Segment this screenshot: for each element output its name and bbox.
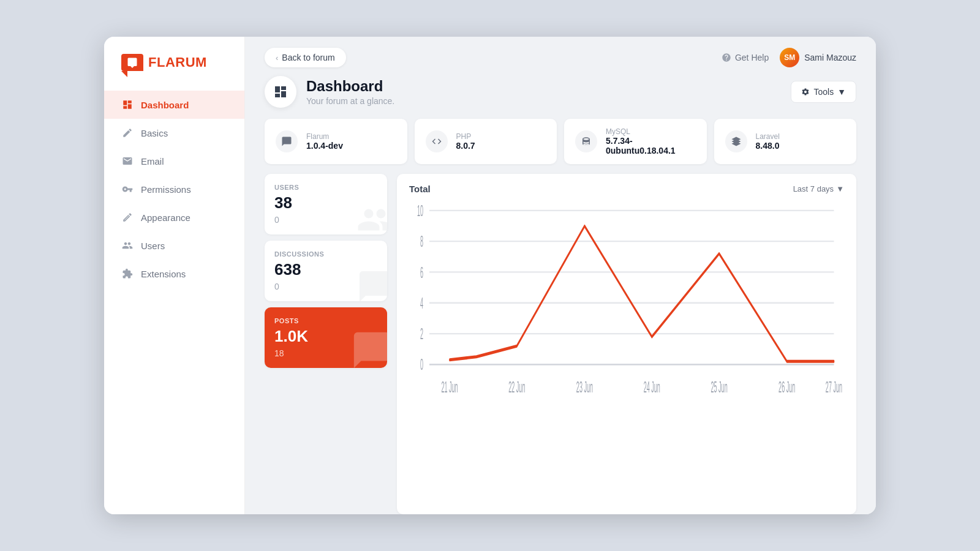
sidebar-item-email[interactable]: Email xyxy=(104,147,244,175)
flarum-logo-svg xyxy=(127,57,138,68)
posts-stat: POSTS 1.0K 18 xyxy=(265,307,387,368)
discussions-bg-icon xyxy=(356,268,387,301)
laravel-card-label: Laravel xyxy=(756,132,780,141)
svg-text:2: 2 xyxy=(420,326,423,343)
sidebar-item-extensions[interactable]: Extensions xyxy=(104,260,244,288)
sidebar-item-basics[interactable]: Basics xyxy=(104,119,244,147)
sidebar-item-basics-label: Basics xyxy=(141,128,168,138)
sidebar-item-dashboard-label: Dashboard xyxy=(141,100,189,110)
line-chart-svg: 10 8 6 4 2 0 21 Jun 22 Jun 23 Jun xyxy=(409,197,844,504)
sidebar-nav: Dashboard Basics Email Permissions xyxy=(104,91,244,288)
page-title-area: Dashboard Your forum at a glance. xyxy=(306,78,394,106)
extensions-icon xyxy=(121,268,134,280)
chevron-left-icon: ‹ xyxy=(276,53,278,62)
laravel-card-info: Laravel 8.48.0 xyxy=(756,132,780,151)
flarum-card-value: 1.0.4-dev xyxy=(306,141,343,151)
chart-top: Total Last 7 days ▼ xyxy=(409,184,844,194)
sidebar-item-appearance[interactable]: Appearance xyxy=(104,203,244,231)
database-icon xyxy=(581,136,592,147)
svg-text:27 Jun: 27 Jun xyxy=(826,378,842,395)
chart-section: Total Last 7 days ▼ xyxy=(397,174,856,514)
sidebar-item-permissions-label: Permissions xyxy=(141,184,191,195)
svg-text:26 Jun: 26 Jun xyxy=(778,378,795,395)
tools-label: Tools xyxy=(813,87,834,97)
page-header-left: Dashboard Your forum at a glance. xyxy=(265,76,394,108)
page-header: Dashboard Your forum at a glance. Tools … xyxy=(245,76,876,119)
comment-icon xyxy=(281,136,292,147)
discussions-stat: DISCUSSIONS 638 0 xyxy=(265,241,387,301)
back-to-forum-label: Back to forum xyxy=(282,53,334,62)
get-help-label: Get Help xyxy=(735,53,769,62)
info-card-flarum: Flarum 1.0.4-dev xyxy=(265,119,407,164)
posts-stat-label: POSTS xyxy=(274,317,377,324)
main-content: ‹ Back to forum Get Help SM Sami Mazouz xyxy=(245,37,876,514)
page-title: Dashboard xyxy=(306,78,394,95)
sidebar-item-users[interactable]: Users xyxy=(104,231,244,260)
sidebar-item-email-label: Email xyxy=(141,156,164,167)
mysql-card-info: MySQL 5.7.34-0ubuntu0.18.04.1 xyxy=(606,127,696,156)
logo-area: FLARUM xyxy=(104,54,244,91)
info-cards: Flarum 1.0.4-dev PHP 8.0.7 MySQL xyxy=(245,119,876,174)
sidebar-item-extensions-label: Extensions xyxy=(141,269,186,279)
mysql-card-icon xyxy=(575,130,597,152)
info-card-mysql: MySQL 5.7.34-0ubuntu0.18.04.1 xyxy=(564,119,707,164)
php-card-label: PHP xyxy=(456,132,475,141)
svg-text:22 Jun: 22 Jun xyxy=(508,378,525,395)
logo-text: FLARUM xyxy=(148,54,207,70)
laravel-card-icon xyxy=(725,130,747,152)
mysql-card-value: 5.7.34-0ubuntu0.18.04.1 xyxy=(606,136,696,156)
laravel-card-value: 8.48.0 xyxy=(756,141,780,151)
chart-container: 10 8 6 4 2 0 21 Jun 22 Jun 23 Jun xyxy=(409,197,844,504)
user-name: Sami Mazouz xyxy=(804,53,856,62)
gear-icon xyxy=(801,88,810,96)
code-icon xyxy=(431,136,442,147)
permissions-icon xyxy=(121,183,134,195)
sidebar-item-users-label: Users xyxy=(141,241,165,251)
users-stat: USERS 38 0 xyxy=(265,174,387,234)
flarum-card-icon xyxy=(276,130,298,152)
svg-text:0: 0 xyxy=(420,356,423,373)
tools-dropdown-icon: ▼ xyxy=(837,87,846,97)
basics-icon xyxy=(121,127,134,139)
sidebar-item-dashboard[interactable]: Dashboard xyxy=(104,91,244,119)
topbar-right: Get Help SM Sami Mazouz xyxy=(722,48,856,67)
dashboard-icon xyxy=(121,99,134,111)
discussions-stat-label: DISCUSSIONS xyxy=(274,250,377,258)
stats-column: USERS 38 0 DISCUSSIONS 638 0 POSTS xyxy=(265,174,387,514)
page-subtitle: Your forum at a glance. xyxy=(306,96,394,106)
php-card-icon xyxy=(426,130,448,152)
sidebar-item-appearance-label: Appearance xyxy=(141,212,190,223)
svg-text:25 Jun: 25 Jun xyxy=(710,378,727,395)
php-card-info: PHP 8.0.7 xyxy=(456,132,475,151)
posts-bg-icon xyxy=(350,329,387,368)
appearance-icon xyxy=(121,211,134,223)
users-bg-icon xyxy=(356,201,387,234)
info-card-php: PHP 8.0.7 xyxy=(415,119,557,164)
svg-text:23 Jun: 23 Jun xyxy=(576,378,593,395)
page-icon xyxy=(265,76,296,108)
sidebar-item-permissions[interactable]: Permissions xyxy=(104,175,244,203)
svg-text:4: 4 xyxy=(420,294,423,312)
layers-icon xyxy=(731,136,742,147)
tools-button[interactable]: Tools ▼ xyxy=(791,81,856,103)
svg-text:6: 6 xyxy=(420,264,423,281)
filter-dropdown-icon: ▼ xyxy=(836,184,844,193)
get-help-link[interactable]: Get Help xyxy=(722,53,769,62)
dashboard-page-icon xyxy=(273,84,288,99)
svg-text:10: 10 xyxy=(417,202,423,219)
sidebar: FLARUM Dashboard Basics Email xyxy=(104,37,245,514)
user-avatar: SM xyxy=(780,48,799,67)
svg-text:24 Jun: 24 Jun xyxy=(644,378,660,395)
topbar: ‹ Back to forum Get Help SM Sami Mazouz xyxy=(245,37,876,76)
filter-label: Last 7 days xyxy=(793,184,834,193)
info-card-laravel: Laravel 8.48.0 xyxy=(714,119,857,164)
chart-total-label: Total xyxy=(409,184,431,194)
svg-text:8: 8 xyxy=(420,233,423,250)
users-stat-label: USERS xyxy=(274,184,377,191)
back-to-forum-button[interactable]: ‹ Back to forum xyxy=(265,48,346,67)
users-icon xyxy=(121,239,134,252)
user-badge[interactable]: SM Sami Mazouz xyxy=(780,48,856,67)
mysql-card-label: MySQL xyxy=(606,127,696,136)
filter-button[interactable]: Last 7 days ▼ xyxy=(793,184,844,193)
flarum-card-info: Flarum 1.0.4-dev xyxy=(306,132,343,151)
